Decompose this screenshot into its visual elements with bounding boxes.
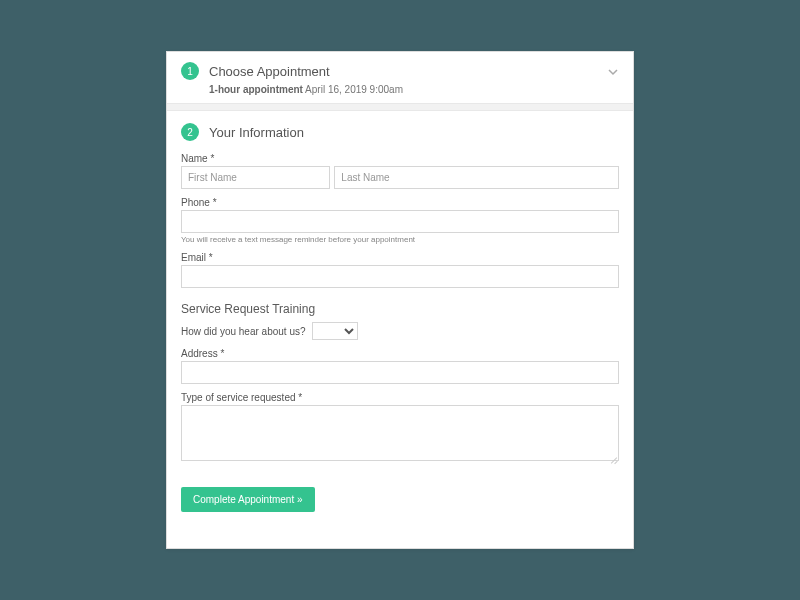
service-type-wrap — [181, 405, 619, 465]
hear-about-us-select[interactable] — [312, 322, 358, 340]
appointment-datetime: April 16, 2019 9:00am — [303, 84, 403, 95]
hear-about-us-field: How did you hear about us? — [181, 322, 619, 340]
service-type-label: Type of service requested * — [181, 392, 619, 403]
step2-header: 2 Your Information — [167, 111, 633, 145]
chevron-down-icon[interactable] — [607, 66, 619, 81]
address-input[interactable] — [181, 361, 619, 384]
name-row — [181, 166, 619, 189]
name-label: Name * — [181, 153, 619, 164]
step2-title: Your Information — [209, 125, 304, 140]
step2-number-badge: 2 — [181, 123, 199, 141]
step1-summary: 1-hour appointment April 16, 2019 9:00am — [167, 84, 633, 103]
section-divider — [167, 103, 633, 111]
step1-header[interactable]: 1 Choose Appointment — [167, 52, 633, 84]
last-name-input[interactable] — [334, 166, 619, 189]
form-body: Name * Phone * You will receive a text m… — [167, 153, 633, 524]
email-label: Email * — [181, 252, 619, 263]
service-type-textarea[interactable] — [181, 405, 619, 461]
email-input[interactable] — [181, 265, 619, 288]
step1-number-badge: 1 — [181, 62, 199, 80]
phone-label: Phone * — [181, 197, 619, 208]
appointment-type: 1-hour appointment — [209, 84, 303, 95]
service-request-heading: Service Request Training — [181, 302, 619, 316]
phone-input[interactable] — [181, 210, 619, 233]
hear-about-us-label: How did you hear about us? — [181, 326, 306, 337]
first-name-input[interactable] — [181, 166, 330, 189]
phone-hint: You will receive a text message reminder… — [181, 235, 619, 244]
complete-appointment-button[interactable]: Complete Appointment » — [181, 487, 315, 512]
step1-title: Choose Appointment — [209, 64, 330, 79]
appointment-form-card: 1 Choose Appointment 1-hour appointment … — [166, 51, 634, 549]
address-label: Address * — [181, 348, 619, 359]
